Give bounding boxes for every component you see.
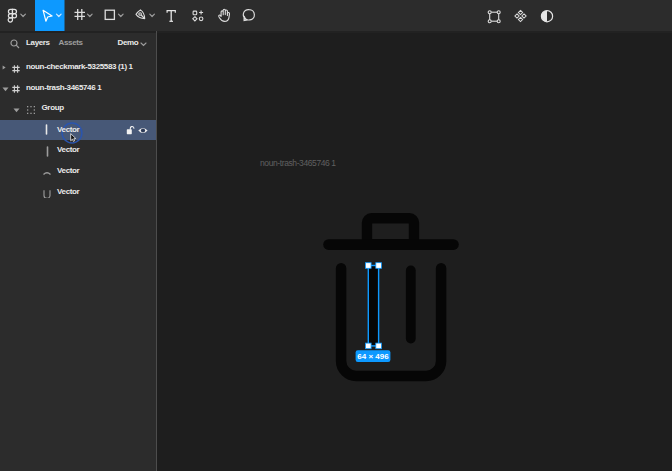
svg-text:64 × 496: 64 × 496 [357, 352, 389, 361]
